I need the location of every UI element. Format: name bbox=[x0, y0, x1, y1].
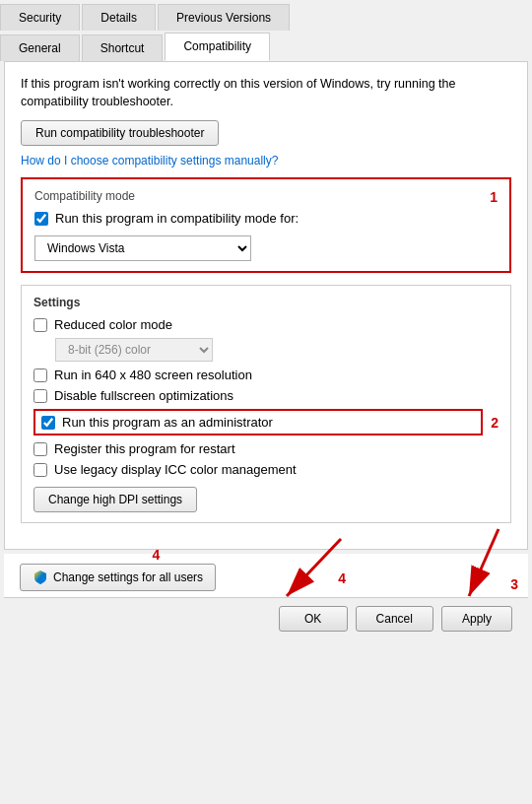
fullscreen-row: Disable fullscreen optimizations bbox=[33, 388, 499, 403]
admin-label: Run this program as an administrator bbox=[62, 415, 273, 430]
admin-checkbox[interactable] bbox=[41, 416, 55, 430]
apply-button[interactable]: Apply bbox=[441, 606, 512, 632]
tab-compatibility[interactable]: Compatibility bbox=[165, 33, 270, 61]
compatibility-mode-checkbox[interactable] bbox=[34, 212, 48, 226]
change-settings-all-users-button[interactable]: Change settings for all users bbox=[20, 564, 216, 591]
fullscreen-label: Disable fullscreen optimizations bbox=[54, 388, 233, 403]
icc-row: Use legacy display ICC color management bbox=[33, 462, 499, 477]
manual-link[interactable]: How do I choose compatibility settings m… bbox=[21, 154, 511, 168]
icc-checkbox[interactable] bbox=[33, 463, 47, 477]
fullscreen-checkbox[interactable] bbox=[33, 389, 47, 403]
resolution-checkbox[interactable] bbox=[33, 368, 47, 382]
reduced-color-checkbox[interactable] bbox=[33, 318, 47, 332]
annotation-2: 2 bbox=[491, 415, 499, 431]
ok-button[interactable]: OK bbox=[279, 606, 348, 632]
icc-label: Use legacy display ICC color management bbox=[54, 462, 297, 477]
dpi-settings-button[interactable]: Change high DPI settings bbox=[33, 487, 197, 512]
reduced-color-label: Reduced color mode bbox=[54, 317, 172, 332]
compatibility-mode-checkbox-row: Run this program in compatibility mode f… bbox=[34, 211, 480, 226]
admin-checkbox-row: Run this program as an administrator bbox=[33, 409, 483, 436]
reduced-color-row: Reduced color mode bbox=[33, 317, 499, 332]
annotation-4: 4 bbox=[338, 570, 346, 586]
tab-details[interactable]: Details bbox=[82, 4, 156, 31]
tab-previous-versions[interactable]: Previous Versions bbox=[158, 4, 290, 31]
settings-label: Settings bbox=[33, 296, 499, 309]
restart-row: Register this program for restart bbox=[33, 441, 499, 456]
compatibility-mode-section: Compatibility mode Run this program in c… bbox=[21, 177, 511, 273]
tab-general[interactable]: General bbox=[0, 34, 80, 61]
annotation-3: 3 bbox=[510, 576, 518, 592]
resolution-row: Run in 640 x 480 screen resolution bbox=[33, 368, 499, 382]
bottom-section: Change settings for all users bbox=[4, 554, 528, 597]
troubleshooter-button[interactable]: Run compatibility troubleshooter bbox=[21, 120, 219, 146]
settings-section: Settings Reduced color mode 8-bit (256) … bbox=[21, 285, 511, 523]
color-depth-dropdown[interactable]: 8-bit (256) color bbox=[55, 338, 213, 362]
intro-text: If this program isn't working correctly … bbox=[21, 76, 511, 110]
tab-security[interactable]: Security bbox=[0, 4, 80, 31]
shield-icon bbox=[33, 570, 48, 585]
tab-shortcut[interactable]: Shortcut bbox=[82, 34, 164, 61]
main-content: If this program isn't working correctly … bbox=[4, 61, 528, 550]
tab-row-bottom: General Shortcut Compatibility bbox=[0, 31, 532, 61]
resolution-label: Run in 640 x 480 screen resolution bbox=[54, 368, 252, 382]
cancel-button[interactable]: Cancel bbox=[356, 606, 433, 632]
compatibility-mode-label: Compatibility mode bbox=[34, 189, 480, 203]
footer: 4 OK Cancel Apply 3 4 bbox=[4, 597, 528, 639]
restart-label: Register this program for restart bbox=[54, 441, 235, 456]
os-version-dropdown[interactable]: Windows Vista Windows XP (Service Pack 3… bbox=[34, 235, 251, 261]
tab-row-top: Security Details Previous Versions bbox=[0, 0, 532, 31]
change-settings-label: Change settings for all users bbox=[53, 570, 203, 584]
restart-checkbox[interactable] bbox=[33, 442, 47, 456]
compatibility-mode-checkbox-label: Run this program in compatibility mode f… bbox=[55, 211, 299, 226]
annotation-1: 1 bbox=[490, 189, 498, 205]
